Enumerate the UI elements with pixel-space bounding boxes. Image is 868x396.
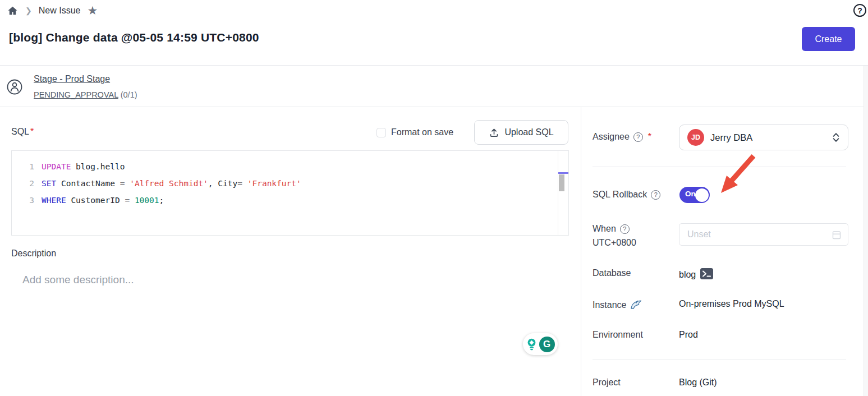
project-value: Blog (Git) (679, 377, 717, 388)
upload-sql-label: Upload SQL (504, 127, 553, 137)
upload-icon (489, 127, 499, 138)
stage-status-link[interactable]: PENDING_APPROVAL (34, 90, 118, 99)
breadcrumb: ❯ New Issue ★ (7, 3, 98, 18)
upload-sql-button[interactable]: Upload SQL (474, 120, 568, 145)
instance-label: Instance (593, 300, 626, 310)
line-number: 1 (12, 158, 42, 175)
create-button[interactable]: Create (802, 27, 855, 51)
new-issue-page: ❯ New Issue ★ ? [blog] Change data @05-0… (0, 0, 868, 396)
line-number: 3 (12, 192, 42, 209)
format-on-save-label: Format on save (391, 127, 453, 137)
when-input[interactable] (679, 224, 848, 245)
assignee-select[interactable]: JD Jerry DBA (679, 125, 848, 150)
divider (0, 107, 868, 107)
editor-scrollbar[interactable] (558, 151, 568, 235)
select-chevrons-icon (832, 132, 840, 143)
required-asterisk: * (30, 127, 34, 136)
assignee-avatar: JD (687, 129, 704, 146)
sql-rollback-toggle[interactable]: On (679, 187, 710, 203)
stage-link[interactable]: Stage - Prod Stage (34, 74, 110, 84)
sql-label: SQL* (11, 127, 34, 137)
rollback-help-icon[interactable]: ? (651, 190, 660, 200)
grammarly-logo-icon[interactable]: G (539, 337, 555, 352)
divider (581, 107, 581, 396)
database-label: Database (593, 268, 631, 278)
mysql-dolphin-icon (630, 299, 644, 311)
home-icon[interactable] (7, 5, 19, 17)
assignee-help-icon[interactable]: ? (633, 132, 643, 142)
environment-value: Prod (679, 330, 698, 340)
database-value: blog (679, 270, 696, 280)
instance-value: On-premises Prod MySQL (679, 299, 784, 309)
sql-terminal-icon[interactable] (700, 268, 713, 282)
description-input[interactable]: Add some description... (22, 274, 134, 286)
editor-cursor-marker (558, 172, 568, 174)
divider (593, 167, 846, 167)
when-label: When (593, 224, 616, 234)
stage-status-count: (0/1) (121, 90, 137, 99)
page-scrollbar[interactable] (864, 66, 868, 396)
sql-editor[interactable]: 1UPDATE blog.hello2SET ContactName = 'Al… (11, 150, 569, 236)
breadcrumb-page[interactable]: New Issue (39, 6, 81, 16)
assignee-label: Assignee (593, 132, 630, 142)
stage-status-line: PENDING_APPROVAL (0/1) (34, 90, 137, 99)
description-label: Description (11, 248, 56, 259)
format-on-save-checkbox[interactable] (376, 128, 386, 137)
divider (0, 65, 868, 66)
when-help-icon[interactable]: ? (620, 224, 630, 234)
breadcrumb-chevron-icon: ❯ (25, 6, 32, 15)
line-number: 2 (12, 175, 42, 192)
assignee-name: Jerry DBA (710, 132, 826, 143)
help-icon[interactable]: ? (853, 4, 866, 17)
stage-avatar-icon (6, 79, 23, 98)
code-line: 3WHERE CustomerID = 10001; (12, 192, 558, 209)
grammarly-widget[interactable]: G (523, 333, 558, 355)
code-line: 2SET ContactName = 'Alfred Schmidt', Cit… (12, 175, 558, 192)
project-label: Project (593, 377, 621, 388)
editor-scroll-thumb[interactable] (559, 174, 564, 191)
code-lines: 1UPDATE blog.hello2SET ContactName = 'Al… (12, 158, 558, 209)
favorite-star-icon[interactable]: ★ (87, 5, 98, 16)
divider (593, 360, 846, 360)
environment-label: Environment (593, 330, 643, 340)
calendar-icon (832, 230, 842, 242)
code-line: 1UPDATE blog.hello (12, 158, 558, 175)
when-timezone: UTC+0800 (593, 238, 636, 248)
grammarly-bulb-icon[interactable] (526, 338, 537, 351)
required-asterisk: * (648, 132, 651, 142)
page-title: [blog] Change data @05-05 14:59 UTC+0800 (9, 31, 259, 44)
toggle-knob (695, 188, 709, 202)
rollback-label: SQL Rollback (593, 190, 647, 200)
toggle-state-label: On (685, 190, 696, 198)
